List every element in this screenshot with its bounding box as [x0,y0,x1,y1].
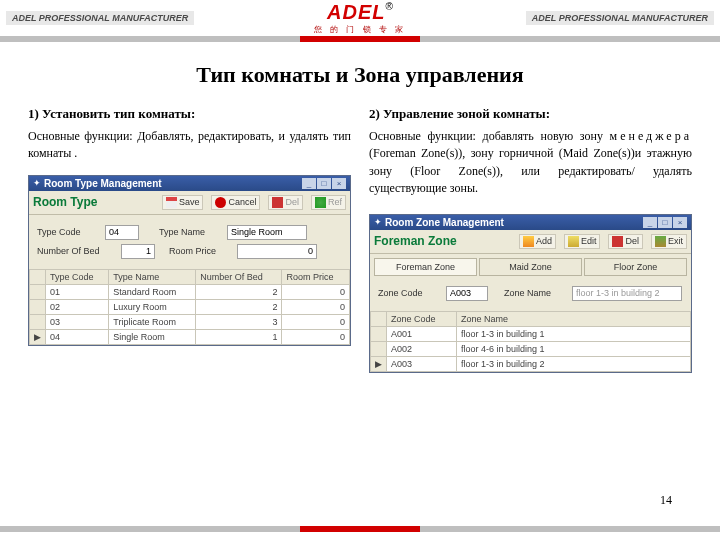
del-icon [612,236,623,247]
zone-code-input[interactable] [446,286,488,301]
table-row: 02Luxury Room20 [30,299,350,314]
save-icon [166,197,177,208]
app-icon: ✦ [374,217,382,227]
del-button[interactable]: Del [608,234,643,249]
right-desc: Основные функции: добавлять новую зону м… [369,128,692,198]
window-controls[interactable]: _□× [643,217,687,228]
panel-title: Foreman Zone [374,234,457,248]
tab-floor[interactable]: Floor Zone [584,258,687,276]
panel-title: Room Type [33,195,97,209]
zone-table: Zone CodeZone Name A001floor 1-3 in buil… [370,311,691,372]
room-price-input[interactable] [237,244,317,259]
room-type-table: Type CodeType NameNumber Of BedRoom Pric… [29,269,350,345]
ref-button[interactable]: Ref [311,195,346,210]
exit-button[interactable]: Exit [651,234,687,249]
table-row: 03Triplicate Room30 [30,314,350,329]
titlebar: ✦ Room Zone Management _□× [370,215,691,230]
titlebar: ✦ Room Type Management _□× [29,176,350,191]
right-heading: 2) Управление зоной комнаты: [369,106,692,122]
cancel-button[interactable]: Cancel [211,195,260,210]
del-icon [272,197,283,208]
window-controls[interactable]: _□× [302,178,346,189]
table-row: A001floor 1-3 in building 1 [371,326,691,341]
tab-maid[interactable]: Maid Zone [479,258,582,276]
del-button[interactable]: Del [268,195,303,210]
table-row: ▶A003floor 1-3 in building 2 [371,356,691,371]
tab-foreman[interactable]: Foreman Zone [374,258,477,276]
page-title: Тип комнаты и Зона управления [0,62,720,88]
page-number: 14 [660,493,672,508]
cancel-icon [215,197,226,208]
room-zone-window: ✦ Room Zone Management _□× Foreman Zone … [369,214,692,373]
edit-button[interactable]: Edit [564,234,601,249]
type-name-input[interactable] [227,225,307,240]
zone-name-input[interactable] [572,286,682,301]
type-code-input[interactable] [105,225,139,240]
save-button[interactable]: Save [162,195,204,210]
table-row: ▶04Single Room10 [30,329,350,344]
col-left: 1) Установить тип комнаты: Основные функ… [28,106,351,373]
table-row: 01Standard Room20 [30,284,350,299]
brand-right: ADEL PROFESSIONAL MANUFACTURER [526,11,714,25]
ref-icon [315,197,326,208]
add-icon [523,236,534,247]
edit-icon [568,236,579,247]
table-row: A002floor 4-6 in building 1 [371,341,691,356]
brand-left: ADEL PROFESSIONAL MANUFACTURER [6,11,194,25]
num-bed-input[interactable] [121,244,155,259]
divider [0,36,720,42]
exit-icon [655,236,666,247]
left-heading: 1) Установить тип комнаты: [28,106,351,122]
left-desc: Основные функции: Добавлять, редактирова… [28,128,351,163]
room-type-window: ✦ Room Type Management _□× Room Type Sav… [28,175,351,346]
logo: ADEL® 您 的 门 锁 专 家 [314,1,406,35]
col-right: 2) Управление зоной комнаты: Основные фу… [369,106,692,373]
app-icon: ✦ [33,178,41,188]
header: ADEL PROFESSIONAL MANUFACTURER ADEL® 您 的… [0,0,720,36]
add-button[interactable]: Add [519,234,556,249]
